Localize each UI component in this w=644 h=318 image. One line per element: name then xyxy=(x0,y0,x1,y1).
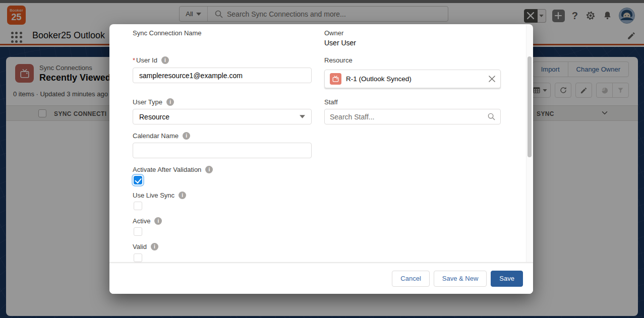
info-icon[interactable]: i xyxy=(183,132,190,140)
modal-body: Sync Connection Name Owner User User *Us… xyxy=(109,24,533,263)
active-checkbox[interactable] xyxy=(134,227,142,236)
use-live-sync-label: Use Live Sync i xyxy=(133,192,186,199)
sync-connection-name-label: Sync Connection Name xyxy=(133,29,202,37)
save-and-new-button[interactable]: Save & New xyxy=(434,271,487,287)
resource-pill-text: R-1 (Outlook Synced) xyxy=(346,75,484,83)
save-button[interactable]: Save xyxy=(491,271,523,287)
search-icon xyxy=(488,113,495,120)
valid-checkbox[interactable] xyxy=(134,253,142,262)
modal-scrollbar[interactable] xyxy=(526,25,533,262)
screen: Booker 25 All xyxy=(0,0,644,318)
valid-label: Valid i xyxy=(133,243,158,250)
calendar-name-label: Calendar Name i xyxy=(133,132,190,140)
user-type-label: User Type i xyxy=(133,98,174,106)
remove-resource-x-icon[interactable] xyxy=(489,76,495,82)
resource-label: Resource xyxy=(324,56,353,64)
user-type-value: Resource xyxy=(139,113,300,121)
info-icon[interactable]: i xyxy=(179,192,186,199)
info-icon[interactable]: i xyxy=(205,166,213,173)
required-asterisk: * xyxy=(133,56,135,64)
staff-label: Staff xyxy=(324,98,338,106)
info-icon[interactable]: i xyxy=(161,56,169,64)
user-id-label: *User Id i xyxy=(133,56,169,64)
activate-after-validation-checkbox-wrap xyxy=(134,176,142,184)
owner-label: Owner xyxy=(324,29,343,37)
resource-lookup-pill[interactable]: R-1 (Outlook Synced) xyxy=(324,70,501,88)
cancel-button[interactable]: Cancel xyxy=(392,271,429,287)
calendar-name-input[interactable] xyxy=(133,143,312,158)
modal-scrollbar-thumb[interactable] xyxy=(528,56,532,157)
active-label: Active i xyxy=(133,217,162,225)
info-icon[interactable]: i xyxy=(154,217,162,225)
staff-search-field[interactable] xyxy=(324,109,501,124)
activate-after-validation-label: Activate After Validation i xyxy=(133,166,213,173)
info-icon[interactable]: i xyxy=(151,243,158,250)
user-type-select[interactable]: Resource xyxy=(133,109,312,124)
caret-down-icon xyxy=(300,115,305,118)
activate-after-validation-checkbox[interactable] xyxy=(134,176,142,184)
info-icon[interactable]: i xyxy=(166,98,174,106)
user-id-input[interactable] xyxy=(133,68,312,83)
modal-footer: Cancel Save & New Save xyxy=(109,263,533,294)
use-live-sync-checkbox[interactable] xyxy=(134,202,142,210)
new-sync-connection-modal: Sync Connection Name Owner User User *Us… xyxy=(109,24,533,294)
owner-value: User User xyxy=(324,39,356,47)
resource-pill-icon xyxy=(330,73,341,85)
staff-search-input[interactable] xyxy=(330,113,488,121)
